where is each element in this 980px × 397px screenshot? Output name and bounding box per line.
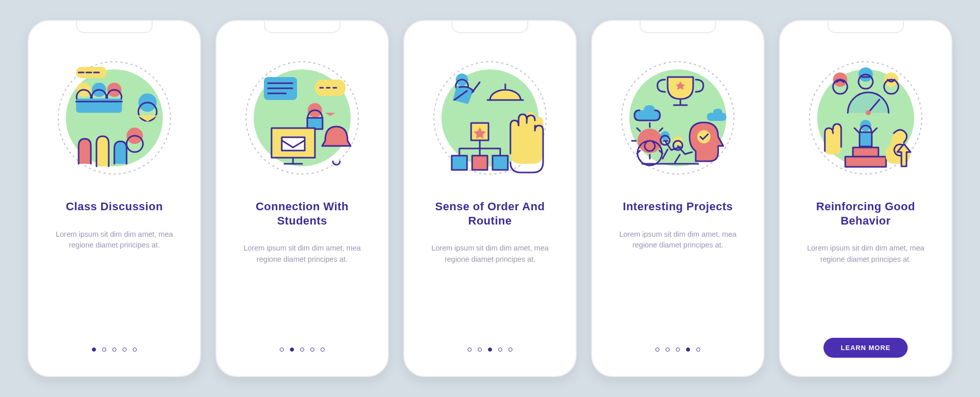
dot-1[interactable] [92,348,96,352]
dot-4[interactable] [498,348,502,352]
dot-5[interactable] [321,348,325,352]
dot-2[interactable] [666,348,670,352]
dot-5[interactable] [508,348,512,352]
dot-4[interactable] [310,348,314,352]
pagination-dots [468,348,512,352]
slide-body: Lorem ipsum sit dim dim amet, mea region… [51,229,178,252]
slide-body: Lorem ipsum sit dim dim amet, mea region… [614,229,742,252]
phone-notch [76,21,153,33]
dot-4[interactable] [122,348,127,352]
phone-notch [452,21,528,33]
slide-body: Lorem ipsum sit dim dim amet, mea region… [238,243,366,265]
svg-rect-36 [853,147,878,157]
svg-rect-22 [493,156,508,170]
connection-icon [236,52,369,184]
dot-3[interactable] [676,348,680,352]
dot-5[interactable] [696,348,700,352]
dot-1[interactable] [280,348,284,352]
class-discussion-icon [48,52,181,184]
slide-body: Lorem ipsum sit dim dim amet, mea region… [426,243,554,265]
svg-rect-5 [76,98,122,113]
svg-rect-20 [452,156,467,170]
phone-slide-5: Reinforcing Good Behavior Lorem ipsum si… [779,20,952,377]
slide-title: Sense of Order And Routine [423,200,557,228]
svg-point-34 [866,110,871,115]
projects-icon [611,52,744,184]
dot-4[interactable] [686,348,690,352]
slide-title: Class Discussion [66,200,163,214]
dot-1[interactable] [655,348,659,352]
svg-rect-21 [472,156,487,170]
onboarding-slides-row: Class Discussion Lorem ipsum sit dim dim… [12,5,968,392]
svg-point-26 [697,130,710,143]
learn-more-button[interactable]: LEARN MORE [823,338,908,358]
slide-title: Connection With Students [235,200,370,228]
dot-1[interactable] [468,348,472,352]
order-routine-icon [424,52,556,184]
phone-notch [827,21,904,33]
good-behavior-icon [799,52,932,184]
phone-slide-1: Class Discussion Lorem ipsum sit dim dim… [28,20,201,377]
phone-slide-3: Sense of Order And Routine Lorem ipsum s… [403,20,577,377]
dot-3[interactable] [112,348,116,352]
pagination-dots [655,348,700,352]
phone-slide-2: Connection With Students Lorem ipsum sit… [215,20,389,377]
phone-notch [640,21,716,33]
pagination-dots [280,348,325,352]
slide-body: Lorem ipsum sit dim dim amet, mea region… [802,243,929,265]
slide-title: Reinforcing Good Behavior [798,200,933,228]
svg-rect-15 [282,137,305,151]
dot-3[interactable] [300,348,304,352]
phone-notch [264,21,340,33]
dot-3[interactable] [488,348,492,352]
dot-2[interactable] [478,348,482,352]
dot-2[interactable] [290,348,294,352]
dot-5[interactable] [133,348,137,352]
svg-rect-37 [845,157,886,167]
phone-slide-4: Interesting Projects Lorem ipsum sit dim… [591,20,765,377]
pagination-dots [92,348,137,352]
slide-title: Interesting Projects [623,200,732,214]
dot-2[interactable] [102,348,106,352]
